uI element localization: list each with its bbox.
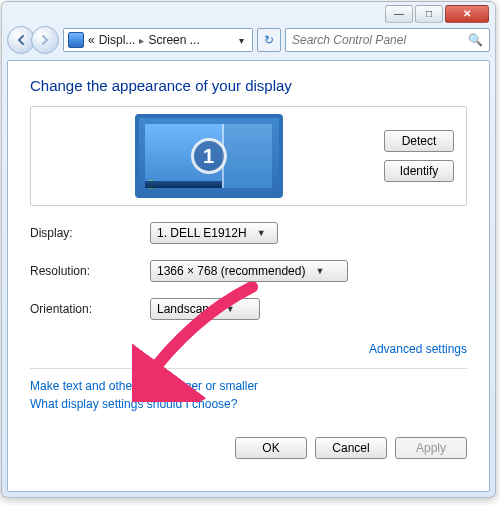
row-resolution: Resolution: 1366 × 768 (recommended) ▼ [30,260,467,282]
detect-button[interactable]: Detect [384,130,454,152]
label-display: Display: [30,226,150,240]
minimize-button[interactable]: — [385,5,413,23]
bottom-links: Make text and other items larger or smal… [30,379,467,411]
cancel-button[interactable]: Cancel [315,437,387,459]
orientation-value: Landscape [157,302,216,316]
chevron-down-icon: ▼ [315,266,324,276]
monitor-thumbnail[interactable]: 1 [135,114,283,198]
label-orientation: Orientation: [30,302,150,316]
search-box[interactable]: 🔍 [285,28,490,52]
search-input[interactable] [292,33,462,47]
text-size-link[interactable]: Make text and other items larger or smal… [30,379,467,393]
taskbar-icon [145,181,222,188]
breadcrumb-screen[interactable]: Screen ... [148,33,199,47]
refresh-icon: ↻ [264,33,274,47]
window-frame: — □ ✕ « Displ... ▸ Screen ... ▾ ↻ 🔍 [1,1,496,498]
maximize-icon: □ [426,9,432,19]
ok-button[interactable]: OK [235,437,307,459]
maximize-button[interactable]: □ [415,5,443,23]
chevron-down-icon: ▼ [226,304,235,314]
chevron-down-icon: ▼ [257,228,266,238]
advanced-settings-link[interactable]: Advanced settings [369,342,467,356]
monitor-number-badge: 1 [191,138,227,174]
help-link[interactable]: What display settings should I choose? [30,397,467,411]
navigation-bar: « Displ... ▸ Screen ... ▾ ↻ 🔍 [7,26,490,54]
page-title: Change the appearance of your display [30,77,467,94]
breadcrumb-display[interactable]: Displ... [99,33,136,47]
label-resolution: Resolution: [30,264,150,278]
title-bar-controls: — □ ✕ [385,5,489,23]
display-preview-box: 1 Detect Identify [30,106,467,206]
close-icon: ✕ [463,9,471,19]
apply-button[interactable]: Apply [395,437,467,459]
breadcrumb-root: « [88,33,95,47]
monitor-side-area [224,124,273,188]
display-value: 1. DELL E1912H [157,226,247,240]
address-bar[interactable]: « Displ... ▸ Screen ... ▾ [63,28,253,52]
identify-button[interactable]: Identify [384,160,454,182]
row-orientation: Orientation: Landscape ▼ [30,298,467,320]
forward-icon [40,35,50,45]
separator [30,368,467,369]
dialog-actions: OK Cancel Apply [30,437,467,459]
advanced-settings-row: Advanced settings [30,342,467,356]
nav-buttons [7,26,59,54]
forward-button[interactable] [31,26,59,54]
search-icon: 🔍 [468,33,483,47]
back-icon [16,35,26,45]
minimize-icon: — [394,9,404,19]
display-preview[interactable]: 1 [43,114,374,198]
display-combobox[interactable]: 1. DELL E1912H ▼ [150,222,278,244]
row-display: Display: 1. DELL E1912H ▼ [30,222,467,244]
chevron-right-icon: ▸ [139,35,144,46]
refresh-button[interactable]: ↻ [257,28,281,52]
client-area: Change the appearance of your display 1 … [7,60,490,492]
orientation-combobox[interactable]: Landscape ▼ [150,298,260,320]
address-dropdown[interactable]: ▾ [234,35,248,46]
resolution-value: 1366 × 768 (recommended) [157,264,305,278]
resolution-combobox[interactable]: 1366 × 768 (recommended) ▼ [150,260,348,282]
detect-identify-group: Detect Identify [384,130,454,182]
close-button[interactable]: ✕ [445,5,489,23]
control-panel-icon [68,32,84,48]
